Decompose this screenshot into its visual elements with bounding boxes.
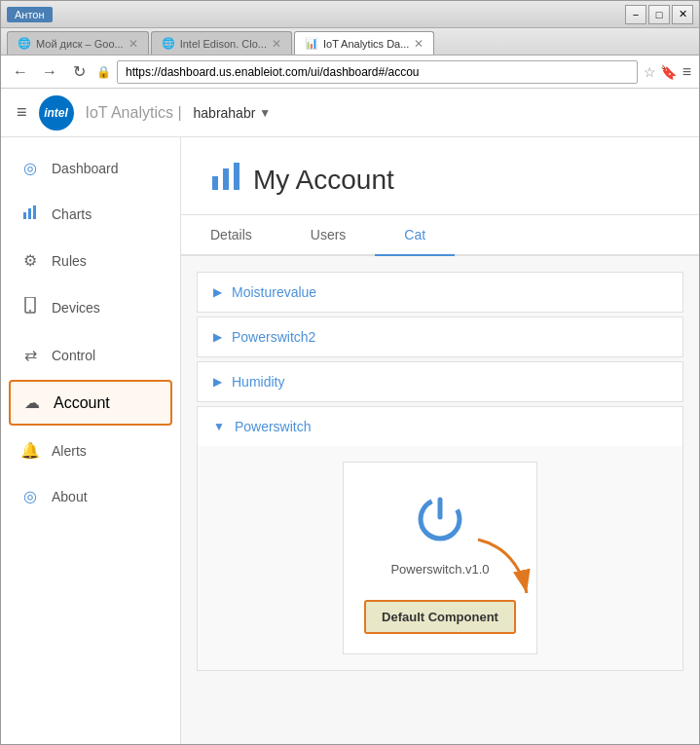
default-component-button[interactable]: Default Component xyxy=(364,600,516,634)
app-title-text: IoT Analytics | xyxy=(86,104,182,121)
sidebar-label-alerts: Alerts xyxy=(52,443,87,459)
refresh-button[interactable]: ↻ xyxy=(67,60,91,84)
tab-details-label: Details xyxy=(210,227,252,242)
sidebar-item-devices[interactable]: Devices xyxy=(1,283,180,332)
accordion-header-humidity[interactable]: ▶ Humidity xyxy=(198,362,682,401)
tab2-label: Intel Edison. Clo... xyxy=(180,38,267,50)
tab3-label: IoT Analytics Da... xyxy=(323,38,409,50)
title-bar-controls: − □ ✕ xyxy=(625,5,693,24)
star-icon[interactable]: ☆ xyxy=(644,64,656,80)
sidebar-item-alerts[interactable]: 🔔 Alerts xyxy=(1,428,180,473)
sidebar-label-charts: Charts xyxy=(52,206,92,222)
tab2-icon: 🌐 xyxy=(162,37,175,50)
hamburger-button[interactable]: ≡ xyxy=(17,102,27,123)
sidebar-item-charts[interactable]: Charts xyxy=(1,191,180,238)
browser-content: ≡ intel IoT Analytics | habrahabr ▼ ◎ Da… xyxy=(1,89,699,744)
tab-details[interactable]: Details xyxy=(181,215,281,256)
accordion-item-moisture: ▶ Moisturevalue xyxy=(197,272,683,313)
maximize-button[interactable]: □ xyxy=(648,5,670,24)
tab1-icon: 🌐 xyxy=(18,37,31,50)
tab2-close[interactable]: ✕ xyxy=(272,37,281,51)
browser-tab-2[interactable]: 🌐 Intel Edison. Clo... ✕ xyxy=(151,31,292,55)
back-button[interactable]: ← xyxy=(9,60,32,84)
tab-users[interactable]: Users xyxy=(281,215,376,256)
app-body: ◎ Dashboard Charts ⚙ Rules xyxy=(1,137,699,744)
browser-tab-1[interactable]: 🌐 Мой диск – Goo... ✕ xyxy=(7,31,149,55)
sidebar-item-dashboard[interactable]: ◎ Dashboard xyxy=(1,145,180,191)
sidebar-item-rules[interactable]: ⚙ Rules xyxy=(1,238,180,283)
accordion-header-powerswitch2[interactable]: ▶ Powerswitch2 xyxy=(198,317,682,356)
component-card: Powerswitch.v1.0 xyxy=(343,462,537,654)
user-label: Антон xyxy=(7,7,53,22)
accordion-body-powerswitch: Powerswitch.v1.0 xyxy=(198,446,682,670)
browser-tab-3[interactable]: 📊 IoT Analytics Da... ✕ xyxy=(294,31,434,55)
close-button[interactable]: ✕ xyxy=(672,5,693,24)
minimize-button[interactable]: − xyxy=(625,5,646,24)
app-title: IoT Analytics | xyxy=(86,104,182,122)
svg-rect-7 xyxy=(234,163,239,190)
control-icon: ⇄ xyxy=(20,346,40,364)
alerts-icon: 🔔 xyxy=(20,441,40,460)
accordion-arrow-powerswitch: ▼ xyxy=(213,420,225,433)
tab-cat[interactable]: Cat xyxy=(375,215,455,256)
accordion-header-powerswitch[interactable]: ▼ Powerswitch xyxy=(198,407,682,446)
sidebar-label-control: Control xyxy=(52,348,95,363)
dropdown-arrow-icon: ▼ xyxy=(259,106,271,120)
sidebar-label-about: About xyxy=(52,489,88,504)
tab1-close[interactable]: ✕ xyxy=(129,37,138,51)
title-bar-left: Антон xyxy=(7,7,53,22)
account-dropdown[interactable]: habrahabr ▼ xyxy=(194,105,272,121)
bookmark-icons: ☆ 🔖 xyxy=(644,64,677,80)
dashboard-icon: ◎ xyxy=(20,159,40,177)
rules-icon: ⚙ xyxy=(20,251,40,270)
tab-users-label: Users xyxy=(311,227,347,242)
browser-menu-button[interactable]: ≡ xyxy=(682,63,691,81)
accordion-label-moisture: Moisturevalue xyxy=(232,284,316,300)
svg-rect-5 xyxy=(212,176,218,190)
app-header: ≡ intel IoT Analytics | habrahabr ▼ xyxy=(1,89,699,137)
sidebar-label-dashboard: Dashboard xyxy=(52,161,119,176)
main-content: My Account Details Users Cat xyxy=(181,137,699,744)
tab1-label: Мой диск – Goo... xyxy=(36,38,124,50)
page-header: My Account xyxy=(181,137,699,215)
page-title: My Account xyxy=(253,165,394,196)
tab-cat-label: Cat xyxy=(404,227,425,242)
accordion-item-powerswitch2: ▶ Powerswitch2 xyxy=(197,317,683,357)
lock-icon: 🔒 xyxy=(96,65,111,79)
sidebar-label-rules: Rules xyxy=(52,253,87,269)
account-name: habrahabr xyxy=(194,105,256,121)
accordion-header-moisture[interactable]: ▶ Moisturevalue xyxy=(198,273,682,312)
tab3-icon: 📊 xyxy=(305,37,318,50)
accordion-item-powerswitch: ▼ Powerswitch Powerswitch.v1.0 xyxy=(197,406,683,671)
about-icon: ◎ xyxy=(20,487,40,505)
address-bar: ← → ↻ 🔒 ☆ 🔖 ≡ xyxy=(1,56,699,89)
svg-rect-0 xyxy=(23,212,26,219)
accordion-arrow-humidity: ▶ xyxy=(213,375,222,389)
accordion-label-humidity: Humidity xyxy=(232,374,284,390)
sidebar: ◎ Dashboard Charts ⚙ Rules xyxy=(1,137,181,744)
accordion-arrow-powerswitch2: ▶ xyxy=(213,330,222,344)
tab3-close[interactable]: ✕ xyxy=(414,37,424,51)
forward-button[interactable]: → xyxy=(38,60,61,84)
title-bar: Антон − □ ✕ xyxy=(1,1,699,28)
accordion-list: ▶ Moisturevalue ▶ Powerswitch2 xyxy=(181,256,699,744)
page-header-icon xyxy=(210,161,241,199)
accordion-label-powerswitch: Powerswitch xyxy=(235,419,312,434)
sidebar-item-about[interactable]: ◎ About xyxy=(1,473,180,519)
sidebar-label-devices: Devices xyxy=(52,300,100,316)
intel-logo-text: intel xyxy=(44,106,68,120)
power-icon xyxy=(406,482,474,550)
accordion-arrow-moisture: ▶ xyxy=(213,285,222,299)
address-input[interactable] xyxy=(117,60,638,84)
svg-point-4 xyxy=(29,310,31,312)
svg-rect-1 xyxy=(28,208,31,219)
component-name: Powerswitch.v1.0 xyxy=(390,562,489,577)
sidebar-item-account[interactable]: ☁ Account xyxy=(9,380,172,426)
devices-icon xyxy=(20,297,40,318)
svg-rect-2 xyxy=(33,205,36,219)
content-tabs: Details Users Cat xyxy=(181,215,699,256)
sidebar-item-control[interactable]: ⇄ Control xyxy=(1,332,180,378)
account-icon: ☁ xyxy=(22,393,42,412)
bookmark-icon[interactable]: 🔖 xyxy=(660,64,677,80)
accordion-label-powerswitch2: Powerswitch2 xyxy=(232,329,315,345)
